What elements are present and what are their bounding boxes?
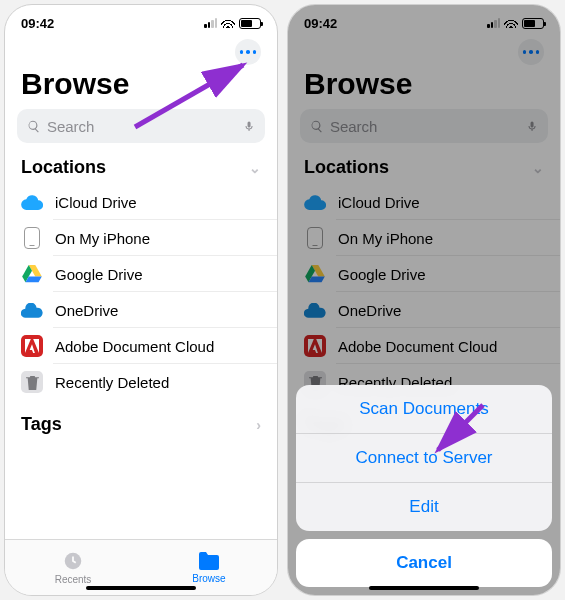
- search-icon: [310, 119, 324, 134]
- page-title: Browse: [288, 65, 560, 109]
- clock-icon: [62, 550, 84, 572]
- more-menu-button[interactable]: [518, 39, 544, 65]
- status-bar: 09:42: [288, 5, 560, 35]
- action-connect-to-server[interactable]: Connect to Server: [296, 433, 552, 482]
- action-sheet: Scan Documents Connect to Server Edit Ca…: [296, 385, 552, 587]
- location-row-google-drive[interactable]: Google Drive: [288, 256, 560, 292]
- gdrive-icon: [21, 263, 43, 285]
- location-row-on-my-iphone[interactable]: On My iPhone: [5, 220, 277, 256]
- locations-header[interactable]: Locations ⌄: [5, 143, 277, 184]
- chevron-down-icon: ⌄: [532, 160, 544, 176]
- trash-icon: [21, 371, 43, 393]
- location-row-onedrive[interactable]: OneDrive: [5, 292, 277, 328]
- cloud-icon: [21, 191, 43, 213]
- location-row-on-my-iphone[interactable]: On My iPhone: [288, 220, 560, 256]
- wifi-icon: [221, 18, 235, 28]
- location-row-icloud[interactable]: iCloud Drive: [5, 184, 277, 220]
- chevron-right-icon: ›: [256, 417, 261, 433]
- phone-icon: [304, 227, 326, 249]
- cellular-icon: [204, 18, 217, 28]
- location-row-onedrive[interactable]: OneDrive: [288, 292, 560, 328]
- location-row-icloud[interactable]: iCloud Drive: [288, 184, 560, 220]
- battery-icon: [239, 18, 261, 29]
- ellipsis-icon: [240, 50, 257, 54]
- location-row-adobe[interactable]: Adobe Document Cloud: [288, 328, 560, 364]
- locations-list: iCloud Drive On My iPhone Google Drive O…: [288, 184, 560, 400]
- onedrive-icon: [21, 299, 43, 321]
- gdrive-icon: [304, 263, 326, 285]
- battery-icon: [522, 18, 544, 29]
- files-app-action-sheet-screen: 09:42 Browse: [287, 4, 561, 596]
- action-edit[interactable]: Edit: [296, 482, 552, 531]
- ellipsis-icon: [523, 50, 540, 54]
- files-app-browse-screen: 09:42 Browse: [4, 4, 278, 596]
- home-indicator[interactable]: [369, 586, 479, 590]
- search-field[interactable]: [17, 109, 265, 143]
- adobe-icon: [21, 335, 43, 357]
- page-title: Browse: [5, 65, 277, 109]
- onedrive-icon: [304, 299, 326, 321]
- search-input[interactable]: [330, 118, 520, 135]
- action-scan-documents[interactable]: Scan Documents: [296, 385, 552, 433]
- tags-header[interactable]: Tags ›: [5, 400, 277, 441]
- chevron-down-icon: ⌄: [249, 160, 261, 176]
- cellular-icon: [487, 18, 500, 28]
- clock: 09:42: [21, 16, 54, 31]
- phone-icon: [21, 227, 43, 249]
- cloud-icon: [304, 191, 326, 213]
- locations-header[interactable]: Locations ⌄: [288, 143, 560, 184]
- location-row-recently-deleted[interactable]: Recently Deleted: [5, 364, 277, 400]
- search-field[interactable]: [300, 109, 548, 143]
- locations-list: iCloud Drive On My iPhone Google Drive O…: [5, 184, 277, 400]
- more-menu-button[interactable]: [235, 39, 261, 65]
- search-icon: [27, 119, 41, 134]
- home-indicator[interactable]: [86, 586, 196, 590]
- search-input[interactable]: [47, 118, 237, 135]
- clock: 09:42: [304, 16, 337, 31]
- folder-icon: [197, 551, 221, 571]
- mic-icon[interactable]: [526, 118, 538, 135]
- wifi-icon: [504, 18, 518, 28]
- location-row-adobe[interactable]: Adobe Document Cloud: [5, 328, 277, 364]
- adobe-icon: [304, 335, 326, 357]
- mic-icon[interactable]: [243, 118, 255, 135]
- status-bar: 09:42: [5, 5, 277, 35]
- location-row-google-drive[interactable]: Google Drive: [5, 256, 277, 292]
- action-cancel[interactable]: Cancel: [296, 539, 552, 587]
